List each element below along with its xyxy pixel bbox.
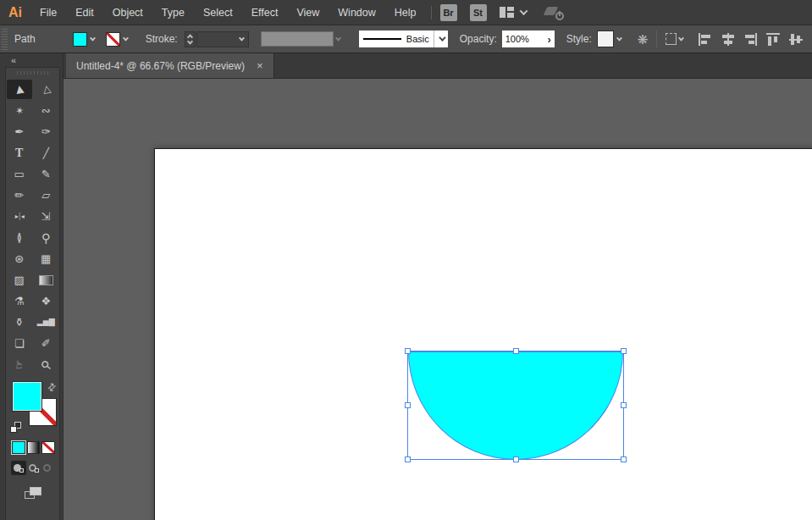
close-tab-icon[interactable]: ×	[257, 60, 263, 71]
paintbrush-tool[interactable]: ✎	[33, 163, 60, 185]
magic-wand-tool[interactable]: ✶	[6, 100, 33, 121]
fill-swatch[interactable]	[13, 382, 41, 411]
stroke-style-preview[interactable]: Basic	[359, 30, 434, 47]
shaper-tool-icon: ✏	[14, 190, 24, 201]
line-segment-tool[interactable]: ╱	[33, 142, 60, 163]
menu-select[interactable]: Select	[194, 7, 242, 19]
rectangle-tool[interactable]: ▭	[6, 163, 33, 185]
direct-selection-tool[interactable]: ▷	[33, 79, 60, 100]
eraser-tool[interactable]: ▱	[33, 185, 60, 206]
change-screen-mode-icon[interactable]	[25, 487, 41, 499]
selection-tool[interactable]: ▶	[7, 80, 32, 99]
menu-view[interactable]: View	[287, 7, 329, 19]
opacity-slider-icon[interactable]: ›	[547, 34, 550, 45]
horizontal-align-center-icon[interactable]	[720, 32, 736, 47]
menu-help[interactable]: Help	[385, 7, 426, 19]
stroke-weight-dropdown[interactable]	[236, 32, 248, 47]
menu-file[interactable]: File	[30, 7, 66, 19]
selection-bounding-box[interactable]	[407, 351, 624, 460]
gradient-button[interactable]	[27, 441, 41, 454]
symbol-sprayer-tool[interactable]: ⚱	[6, 312, 33, 333]
bridge-button[interactable]: Br	[440, 4, 457, 21]
stroke-weight-field[interactable]	[196, 31, 249, 47]
graphic-style-label: Style:	[566, 33, 592, 45]
blend-tool[interactable]: ❖	[33, 290, 60, 312]
collapse-panel-icon[interactable]: «	[11, 55, 16, 65]
graphic-style-swatch[interactable]	[597, 30, 614, 47]
column-graph-tool[interactable]: ▂▅▇	[33, 312, 60, 333]
recolor-artwork-icon[interactable]: ❋	[638, 33, 649, 46]
pen-tool[interactable]: ✒	[6, 121, 33, 142]
free-transform-tool-icon: ⚲	[41, 232, 50, 244]
mesh-tool[interactable]: ▨	[6, 269, 33, 290]
isolate-selected-object-button[interactable]	[666, 33, 683, 45]
stroke-color-dropdown[interactable]	[120, 32, 132, 47]
shaper-tool[interactable]: ✏	[6, 185, 33, 206]
menu-effect[interactable]: Effect	[242, 7, 288, 19]
panel-grip-handle[interactable]	[2, 28, 8, 50]
none-button[interactable]	[41, 441, 55, 454]
tool-panel-body: ▶▷✶∾✒✑T╱▭✎✏▱▸┆◂⇲≬⚲⊛▦▨▮⚗❖⚱▂▅▇❏✐☞⚲ ⇄	[5, 67, 60, 520]
workspace-switcher-icon[interactable]	[500, 7, 514, 18]
isolate-object-icon	[666, 33, 677, 45]
lasso-tool-icon: ∾	[41, 105, 51, 116]
draw-normal-button[interactable]	[11, 461, 26, 475]
type-tool[interactable]: T	[6, 142, 33, 163]
artboard[interactable]	[154, 148, 812, 520]
horizontal-align-left-icon[interactable]	[697, 32, 713, 47]
perspective-grid-tool[interactable]: ▦	[33, 248, 60, 269]
hand-tool[interactable]: ☞	[6, 354, 33, 375]
stock-button[interactable]: St	[470, 4, 487, 21]
screen-mode-front-rect	[30, 487, 41, 495]
vertical-align-top-icon[interactable]	[765, 32, 782, 47]
stroke-weight-stepper[interactable]	[185, 31, 196, 47]
gradient-tool[interactable]: ▮	[33, 269, 60, 290]
menu-window[interactable]: Window	[329, 7, 384, 19]
swap-fill-stroke-icon[interactable]: ⇄	[44, 379, 58, 394]
scale-tool[interactable]: ⇲	[33, 206, 60, 227]
eyedropper-tool[interactable]: ⚗	[6, 290, 33, 312]
fill-color-swatch[interactable]	[73, 32, 87, 47]
draw-behind-button[interactable]	[26, 461, 41, 475]
default-fill-stroke-icon[interactable]	[10, 422, 21, 433]
zoom-tool[interactable]: ⚲	[33, 354, 60, 375]
selection-handle[interactable]	[405, 402, 411, 408]
mesh-tool-icon: ▨	[14, 274, 25, 285]
stroke-style-combo[interactable]: Basic	[359, 30, 448, 47]
horizontal-align-right-icon[interactable]	[743, 32, 759, 47]
selection-handle[interactable]	[513, 348, 519, 354]
selection-handle[interactable]	[621, 456, 627, 462]
fill-color-dropdown[interactable]	[87, 32, 99, 47]
opacity-field[interactable]: 100% ›	[502, 30, 555, 47]
selection-handle[interactable]	[621, 402, 627, 408]
selection-handle[interactable]	[405, 456, 411, 462]
menu-edit[interactable]: Edit	[66, 7, 103, 19]
selection-handle[interactable]	[405, 348, 411, 354]
stroke-style-dropdown[interactable]	[434, 30, 448, 47]
color-button[interactable]	[12, 441, 25, 454]
menu-type[interactable]: Type	[152, 7, 194, 19]
half-circle-shape[interactable]	[408, 351, 623, 460]
free-transform-tool[interactable]: ⚲	[33, 227, 60, 248]
stepper-down-icon[interactable]	[187, 38, 193, 44]
chevron-down-icon	[335, 35, 341, 41]
workspace-icon-pane	[500, 7, 505, 18]
canvas-area[interactable]	[64, 79, 812, 520]
width-tool[interactable]: ≬	[6, 227, 33, 248]
slice-tool[interactable]: ✐	[33, 333, 60, 354]
document-tab[interactable]: Untitled-4* @ 66.67% (RGB/Preview) ×	[66, 53, 274, 78]
selection-handle[interactable]	[513, 456, 519, 462]
selection-handle[interactable]	[621, 348, 627, 354]
lasso-tool[interactable]: ∾	[33, 100, 60, 121]
opacity-value[interactable]: 100%	[505, 34, 548, 44]
stroke-color-swatch[interactable]	[106, 32, 120, 47]
rotate-tool[interactable]: ▸┆◂	[6, 206, 33, 227]
workspace-chevron-icon[interactable]	[519, 7, 528, 15]
panel-drag-grip[interactable]	[17, 71, 49, 75]
artboard-tool[interactable]: ❏	[6, 333, 33, 354]
graphic-style-dropdown[interactable]	[614, 32, 626, 47]
shape-builder-tool[interactable]: ⊛	[6, 248, 33, 269]
curvature-tool[interactable]: ✑	[33, 121, 60, 142]
vertical-align-center-icon[interactable]	[788, 32, 804, 47]
menu-object[interactable]: Object	[103, 7, 152, 19]
